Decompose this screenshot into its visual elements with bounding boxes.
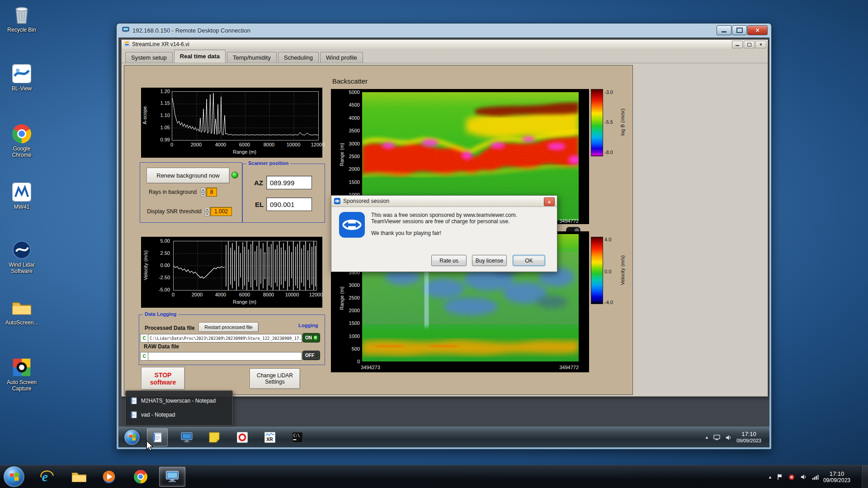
y-tick: -2.50 — [149, 275, 170, 280]
minimize-button[interactable] — [732, 41, 743, 48]
background-group: Renew background now Rays in background … — [140, 162, 242, 223]
desktop-icon-label: Wind Lidar Software — [3, 262, 41, 274]
snr-value[interactable]: 1.002 — [210, 207, 232, 216]
show-hidden-icons[interactable]: ▲ — [768, 475, 772, 479]
network-tray-icon[interactable] — [811, 473, 819, 481]
minimize-button[interactable] — [717, 25, 731, 35]
raw-path-browse[interactable]: C — [140, 352, 148, 361]
preview-item-m2hats[interactable]: M2HATS_towerscan - Notepad — [126, 394, 232, 408]
change-lidar-settings-button[interactable]: Change LiDAR Settings — [250, 368, 300, 389]
vi-icon — [124, 40, 130, 48]
tab-wind-profile[interactable]: Wind profile — [320, 52, 363, 63]
stop-software-button[interactable]: STOP software — [141, 367, 185, 390]
colorbar-tick: -4.0 — [604, 300, 623, 305]
show-hidden-icons[interactable]: ▲ — [705, 435, 709, 440]
dialog-text-line2: TeamViewer sessions are free of charge f… — [371, 218, 510, 225]
remote-taskbar-system[interactable] — [176, 428, 197, 446]
data-logging-group: Data Logging Processed Data file Restart… — [139, 314, 325, 365]
raw-logging-toggle[interactable]: OFF — [302, 351, 320, 360]
x-end-value: 3494772 — [542, 365, 579, 370]
notepad-icon — [130, 411, 137, 418]
preview-item-vad[interactable]: vad - Notepad — [126, 408, 232, 422]
maximize-button[interactable] — [744, 41, 755, 48]
show-desktop-button[interactable] — [861, 465, 868, 488]
desktop-icon-auto-screen-capture[interactable]: Auto Screen Capture — [3, 357, 41, 392]
taskbar-media-player[interactable] — [97, 467, 121, 487]
streamline-titlebar[interactable]: StreamLine XR v14-6.vi × — [122, 40, 768, 49]
remote-clock[interactable]: 17:10 09/09/2023 — [736, 431, 761, 444]
restart-processed-file-button[interactable]: Restart processed file — [198, 322, 259, 332]
desktop-icon-bl-view[interactable]: BL-View — [3, 63, 41, 92]
processed-path-field[interactable]: C:\Lidar\Data\Proc\2023\202309\20230909\… — [148, 334, 302, 343]
snr-stepper[interactable]: ▲▼ — [205, 207, 209, 216]
raw-path-field[interactable] — [148, 352, 302, 361]
taskbar-explorer[interactable] — [67, 467, 91, 487]
az-value[interactable]: 089.999 — [266, 176, 312, 189]
backscatter-colorbar — [591, 89, 603, 156]
x-tick: 6000 — [234, 292, 255, 297]
taskbar-chrome[interactable] — [129, 467, 152, 487]
dialog-close-button[interactable]: × — [544, 197, 555, 206]
remote-taskbar-sticky-notes[interactable] — [204, 428, 225, 446]
remote-taskbar-notepad[interactable] — [147, 428, 168, 446]
desktop-icon-google-chrome[interactable]: Google Chrome — [3, 123, 41, 158]
volume-tray-icon[interactable] — [725, 434, 732, 441]
processed-path-browse[interactable]: C — [140, 334, 148, 343]
close-button[interactable]: × — [747, 25, 768, 35]
display-tray-icon[interactable] — [713, 434, 721, 441]
remote-taskbar-terminal[interactable]: C:\ — [287, 428, 308, 446]
y-tick: 3000 — [339, 141, 360, 146]
close-button[interactable]: × — [755, 41, 766, 48]
desktop-icon-recycle-bin[interactable]: Recycle Bin — [3, 5, 41, 33]
sticky-note-icon — [209, 432, 220, 443]
action-center-flag-icon[interactable] — [776, 473, 784, 481]
taskbar-remote-desktop[interactable] — [159, 467, 185, 487]
taskbar-internet-explorer[interactable]: e — [35, 467, 59, 487]
y-tick: 1.10 — [149, 113, 170, 118]
tab-temp-humidity[interactable]: Temp/humidity — [227, 52, 277, 63]
tab-real-time-data[interactable]: Real time data — [174, 50, 226, 63]
volume-tray-icon[interactable] — [800, 473, 807, 481]
tab-system-setup[interactable]: System setup — [125, 52, 173, 63]
renew-background-button[interactable]: Renew background now — [146, 168, 230, 183]
desktop-icon-mw41[interactable]: MW41 — [3, 182, 41, 210]
svg-text:C:\: C:\ — [293, 434, 300, 438]
velocity-plot-area — [173, 241, 317, 291]
rate-us-button[interactable]: Rate us — [431, 255, 467, 266]
x-tick: 2000 — [186, 292, 208, 297]
remote-taskbar-xr-app[interactable]: XR — [259, 428, 280, 446]
ok-button[interactable]: OK — [513, 255, 545, 266]
x-tick: 4000 — [210, 292, 231, 297]
remote-taskbar-power-app[interactable] — [232, 428, 253, 446]
remote-start-button[interactable] — [124, 430, 140, 445]
desktop: Recycle Bin BL-View Google Chrome MW41 W… — [0, 0, 868, 488]
ascope-xlabel: Range (m) — [217, 149, 272, 155]
windows-flag-icon — [10, 472, 19, 480]
dialog-titlebar[interactable]: Sponsored session × — [331, 196, 557, 207]
rdp-titlebar[interactable]: 192.168.0.150 - Remote Desktop Connectio… — [117, 23, 771, 38]
alert-badge-icon[interactable] — [788, 473, 796, 481]
backscatter-colorbar-label: log B (/m/sr) — [620, 102, 625, 142]
maximize-button[interactable] — [732, 25, 747, 35]
renew-led — [231, 172, 238, 178]
desktop-icon-autoscreen-folder[interactable]: AutoScreen... — [3, 297, 41, 326]
rays-stepper[interactable]: ▲▼ — [201, 188, 205, 197]
velocity-ylabel: Velocity (m/s) — [143, 245, 148, 286]
on-led — [314, 336, 317, 340]
preview-item-label: vad - Notepad — [141, 412, 175, 418]
x-tick: 8000 — [258, 142, 280, 147]
host-clock[interactable]: 17:10 09/09/2023 — [823, 470, 850, 484]
y-tick: 1.20 — [149, 89, 170, 94]
scanner-position-group: Scanner position AZ 089.999 EL 090.001 — [242, 164, 325, 223]
y-tick: 2500 — [339, 154, 360, 159]
chrome-icon — [134, 470, 147, 483]
tab-scheduling[interactable]: Scheduling — [278, 52, 319, 63]
close-icon: × — [548, 199, 551, 205]
desktop-icon-wind-lidar[interactable]: Wind Lidar Software — [3, 239, 41, 274]
el-value[interactable]: 090.001 — [266, 197, 312, 211]
wind-lidar-icon — [11, 239, 32, 260]
rays-value[interactable]: 8 — [206, 188, 217, 197]
processed-logging-toggle[interactable]: ON — [302, 333, 320, 343]
buy-license-button[interactable]: Buy license — [472, 255, 507, 266]
start-button[interactable] — [4, 466, 24, 487]
